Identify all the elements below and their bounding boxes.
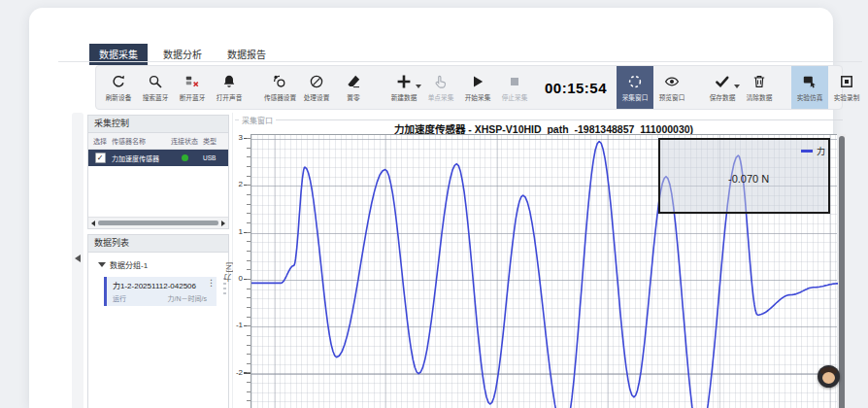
clear-data-button[interactable]: 清除数据 xyxy=(741,66,778,109)
start-capture-button[interactable]: 开始采集 xyxy=(459,66,496,109)
refresh-device-button[interactable]: 刷新设备 xyxy=(100,66,137,109)
collection-control-title: 采集控制 xyxy=(88,116,228,133)
eraser-icon xyxy=(346,74,361,89)
record-icon xyxy=(839,74,854,89)
y-tick-label: -1 xyxy=(216,321,243,329)
refresh-icon xyxy=(111,74,126,89)
toolbar-button-label: 刷新设备 xyxy=(106,92,132,102)
toolbar-button-label: 断开蓝牙 xyxy=(180,92,206,102)
dropdown-caret-icon[interactable] xyxy=(734,85,740,88)
sensor-settings-button[interactable]: 传感器设置 xyxy=(261,66,298,109)
y-tick-label: 1 xyxy=(216,227,243,236)
capture-timer: 00:15:54 xyxy=(545,80,607,96)
toolbar-button-label: 停止采集 xyxy=(502,92,528,102)
capture-window-groupbox: 采集窗口 xyxy=(235,119,843,120)
chart-plot-area[interactable]: -0.070 N 力 xyxy=(250,134,837,408)
processing-settings-button[interactable]: 处理设置 xyxy=(298,66,335,109)
app-root: 数据采集 数据分析 数据报告 刷新设备搜索蓝牙断开蓝牙打开声音传感器设置处理设置… xyxy=(0,0,868,408)
data-item-title: 力1-2-20251112-042506 xyxy=(113,280,211,290)
toolbar-button-label: 单点采集 xyxy=(428,92,454,102)
toolbar-button-label: 实验录制 xyxy=(834,92,860,102)
trash-icon xyxy=(751,74,767,89)
chart-legend: 力 xyxy=(801,145,825,157)
dashed-circle-icon xyxy=(627,74,643,89)
capture-window-button[interactable]: 采集窗口 xyxy=(617,66,653,109)
sensor-table-header: 选择 传感器名称 连接状态 类型 xyxy=(88,133,228,150)
data-group-label: 数据分组-1 xyxy=(110,259,148,270)
sidebar-collapse-strip xyxy=(72,113,83,408)
hand-icon xyxy=(433,74,449,89)
legend-series-label: 力 xyxy=(817,145,825,157)
zero-set-button[interactable]: 置零 xyxy=(335,66,372,109)
toolbar-button-label: 保存数据 xyxy=(710,92,736,102)
data-list-panel: 数据列表 数据分组-1 力1-2-20251112-042506 运行 力/N－… xyxy=(87,234,229,408)
legend-line-icon xyxy=(801,150,813,153)
sensor-table-row[interactable]: ✓ 力加速度传感器 USB xyxy=(88,150,228,166)
gauge-icon xyxy=(309,74,324,89)
new-data-button[interactable]: 新建数据 xyxy=(385,66,422,109)
hscroll-thumb[interactable] xyxy=(98,221,218,225)
toolbar-button-label: 采集窗口 xyxy=(622,92,649,102)
item-menu-button[interactable]: ⋮ xyxy=(207,279,216,288)
bell-icon xyxy=(221,74,237,89)
col-connection-status: 连接状态 xyxy=(166,136,203,146)
eye-icon xyxy=(664,74,680,89)
toolbar-button-label: 预览窗口 xyxy=(659,92,685,102)
toolbar-button-label: 搜索蓝牙 xyxy=(143,92,169,102)
tabbar-divider xyxy=(58,61,862,62)
data-item-status: 运行 xyxy=(113,293,126,303)
toolbar-button-label: 开始采集 xyxy=(465,92,491,102)
toolbar-button-label: 置零 xyxy=(347,92,359,102)
sensor-icon xyxy=(272,74,287,89)
toolbar-left-group: 刷新设备搜索蓝牙断开蓝牙打开声音传感器设置处理设置置零新建数据单点采集开始采集停… xyxy=(100,66,533,109)
toolbar-button-label: 实验仿真 xyxy=(797,92,823,102)
sensor-checkbox[interactable]: ✓ xyxy=(95,153,106,163)
y-tick-label: 2 xyxy=(216,180,243,188)
data-item-card[interactable]: 力1-2-20251112-042506 运行 力/N－时间/s ⋮ xyxy=(104,277,217,306)
bt-disconnect-icon xyxy=(184,74,200,89)
toolbar-button-label: 处理设置 xyxy=(304,92,330,102)
col-sensor-name: 传感器名称 xyxy=(112,136,166,146)
status-dot xyxy=(182,154,188,161)
toolbar-right-group: 采集窗口预览窗口保存数据清除数据实验仿真实验录制公式计算 xyxy=(617,66,868,109)
enable-sound-button[interactable]: 打开声音 xyxy=(211,66,248,109)
simulate-icon xyxy=(802,74,818,89)
stop-capture-button[interactable]: 停止采集 xyxy=(496,66,533,109)
sensor-name: 力加速度传感器 xyxy=(112,153,166,163)
single-point-capture-button[interactable]: 单点采集 xyxy=(422,66,459,109)
toolbar-button-label: 新建数据 xyxy=(391,92,417,102)
data-group-node[interactable]: 数据分组-1 xyxy=(88,253,228,275)
panel-collapse-handle[interactable] xyxy=(75,255,81,262)
save-data-button[interactable]: 保存数据 xyxy=(704,66,741,109)
data-item-axes: 力/N－时间/s xyxy=(168,293,207,303)
chart-vscrollbar[interactable] xyxy=(838,134,846,408)
sensor-table-hscrollbar[interactable] xyxy=(88,217,228,228)
search-icon xyxy=(148,74,163,89)
stop-icon xyxy=(507,74,522,89)
annotation-value: -0.070 N xyxy=(728,173,769,185)
col-select: 选择 xyxy=(88,136,112,146)
check-icon xyxy=(715,74,730,89)
chevron-down-icon[interactable] xyxy=(98,262,106,267)
experiment-simulation-button[interactable]: 实验仿真 xyxy=(791,66,828,109)
y-tick-label: 3 xyxy=(216,133,243,142)
y-tick-label: -2 xyxy=(216,368,243,377)
avatar-face xyxy=(822,372,835,384)
vscroll-thumb[interactable] xyxy=(839,136,845,408)
plus-icon xyxy=(396,74,412,89)
disconnect-bluetooth-button[interactable]: 断开蓝牙 xyxy=(174,66,211,109)
data-list-title: 数据列表 xyxy=(88,235,228,253)
collection-control-panel: 采集控制 选择 传感器名称 连接状态 类型 ✓ 力加速度传感器 USB xyxy=(87,115,229,229)
preview-window-button[interactable]: 预览窗口 xyxy=(653,66,690,109)
experiment-recording-button[interactable]: 实验录制 xyxy=(828,66,865,109)
dropdown-caret-icon[interactable] xyxy=(416,85,421,88)
play-icon xyxy=(470,74,485,89)
y-axis-label: 力 [N] xyxy=(223,262,234,282)
toolbar: 刷新设备搜索蓝牙断开蓝牙打开声音传感器设置处理设置置零新建数据单点采集开始采集停… xyxy=(95,65,843,110)
toolbar-button-label: 打开声音 xyxy=(217,92,243,102)
scroll-left-icon[interactable] xyxy=(91,221,95,226)
assistant-avatar[interactable] xyxy=(818,365,840,388)
toolbar-button-label: 清除数据 xyxy=(747,92,773,102)
search-bluetooth-button[interactable]: 搜索蓝牙 xyxy=(137,66,174,109)
app-window: 数据采集 数据分析 数据报告 刷新设备搜索蓝牙断开蓝牙打开声音传感器设置处理设置… xyxy=(29,8,833,408)
